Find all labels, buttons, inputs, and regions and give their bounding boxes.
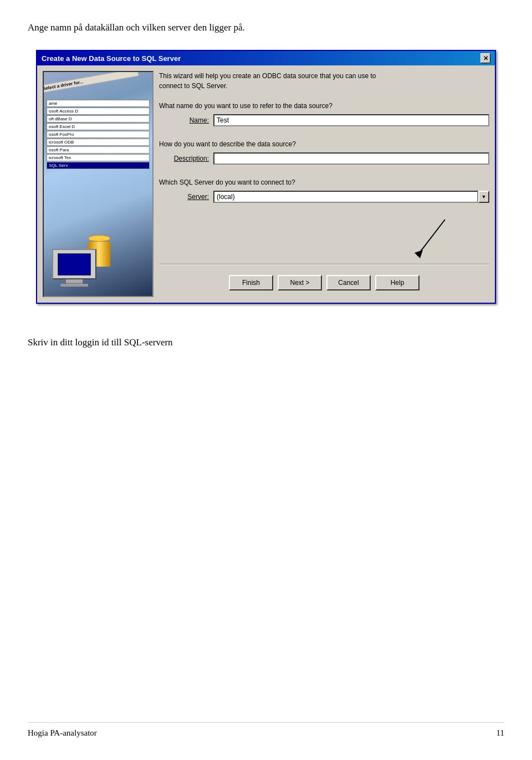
illustration-inner: Select a driver for... ame osoft Access … [44, 72, 152, 296]
close-button[interactable]: ✕ [480, 53, 490, 63]
dialog-divider [159, 264, 489, 265]
illus-card-header: Select a driver for... [43, 71, 139, 94]
illus-card-item: icrosoft ODB [47, 139, 150, 146]
server-section: Which SQL Server do you want to connect … [159, 178, 489, 208]
name-label: Name: [159, 116, 209, 124]
svg-marker-1 [415, 250, 423, 258]
dialog: Create a New Data Source to SQL Server ✕… [36, 50, 496, 304]
illus-monitor-icon [52, 249, 96, 285]
footer-right-page-number: 11 [497, 728, 504, 738]
illus-card-item: osoft Para [47, 146, 150, 154]
dialog-illustration: Select a driver for... ame osoft Access … [43, 71, 154, 297]
server-row: Server: ▼ [159, 191, 489, 203]
description-input[interactable] [213, 152, 489, 165]
description-row: Description: [159, 152, 489, 165]
page-footer: Hogia PA-analysator 11 [28, 722, 504, 738]
arrow-annotation-area [159, 217, 489, 256]
bottom-text: Skriv in ditt loggin id till SQL-servern [28, 337, 504, 348]
illus-card-item: ame [47, 100, 150, 107]
description-question: How do you want to describe the data sou… [159, 140, 489, 148]
dialog-title: Create a New Data Source to SQL Server [42, 54, 181, 63]
illus-card-item: osoft FoxPro [47, 131, 150, 138]
next-button[interactable]: Next > [278, 275, 322, 290]
page-content: Ange namn på datakällan och vilken serve… [0, 0, 532, 392]
name-section: What name do you want to use to refer to… [159, 102, 489, 132]
finish-button[interactable]: Finish [229, 275, 273, 290]
dialog-description: This wizard will help you create an ODBC… [159, 71, 489, 91]
name-label-underline: N [190, 116, 195, 124]
dialog-body: Select a driver for... ame osoft Access … [37, 65, 495, 303]
server-input[interactable] [213, 191, 478, 203]
next-button-arrow [401, 217, 467, 261]
intro-text: Ange namn på datakällan och vilken serve… [28, 22, 504, 33]
server-label: Server: [159, 193, 209, 201]
dialog-titlebar: Create a New Data Source to SQL Server ✕ [37, 51, 495, 65]
illus-card-item: osoft Excel D [47, 123, 150, 130]
description-line1: This wizard will help you create an ODBC… [159, 72, 376, 80]
description-label-underline: D [174, 155, 179, 162]
dialog-right-panel: This wizard will help you create an ODBC… [159, 71, 489, 297]
cancel-button[interactable]: Cancel [326, 275, 371, 290]
name-row: Name: [159, 114, 489, 126]
name-input[interactable] [213, 114, 489, 126]
server-dropdown-arrow[interactable]: ▼ [478, 191, 489, 203]
dialog-wrapper: Create a New Data Source to SQL Server ✕… [28, 50, 504, 304]
description-line2: connect to SQL Server. [159, 82, 228, 90]
description-label: Description: [159, 155, 209, 162]
server-dropdown-wrapper: ▼ [213, 191, 489, 203]
illus-card-list: ame osoft Access D oft dBase D osoft Exc… [47, 100, 150, 170]
server-question: Which SQL Server do you want to connect … [159, 178, 489, 186]
illus-card-item: icrosoft Tex [47, 154, 150, 161]
dialog-title-text: Create a New Data Source to SQL Server [42, 54, 181, 63]
footer-left-text: Hogia PA-analysator [28, 728, 97, 738]
illus-card-item: osoft Access D [47, 108, 150, 115]
illus-card-item: oft dBase D [47, 115, 150, 123]
svg-line-0 [417, 220, 445, 256]
description-section: How do you want to describe the data sou… [159, 140, 489, 170]
help-button[interactable]: Help [375, 275, 420, 290]
illus-card-item-selected: SQL Serv [47, 162, 150, 169]
dialog-buttons: Finish Next > Cancel Help [159, 271, 489, 297]
name-question: What name do you want to use to refer to… [159, 102, 489, 110]
